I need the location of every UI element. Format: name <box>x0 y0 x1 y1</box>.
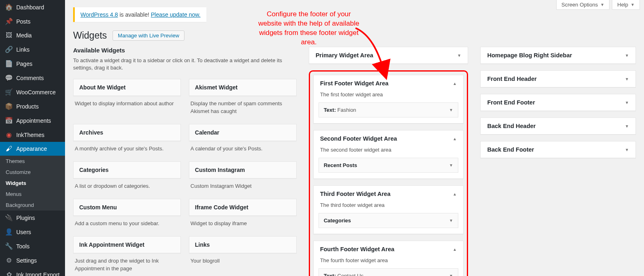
annotation-callout: Configure the footer of your website wit… <box>256 10 362 47</box>
sidebar-item-label: Media <box>16 32 32 39</box>
widget-area-toggle[interactable]: Back End Footer▼ <box>481 141 635 158</box>
available-widget: Akismet WidgetDisplay the number of spam… <box>189 79 297 115</box>
submenu-item-background[interactable]: Background <box>0 200 65 211</box>
menu-icon: 🛒 <box>5 88 13 96</box>
sidebar-item-settings[interactable]: ⚙Settings <box>0 253 65 267</box>
available-widget-desc: Custom Instagram Widget <box>189 178 297 190</box>
update-now-link[interactable]: Please update now. <box>151 11 200 18</box>
footer-area-toggle[interactable]: Fourth Footer Widget Area▲ <box>314 241 464 257</box>
caret-down-icon: ▼ <box>625 53 629 58</box>
caret-up-icon: ▲ <box>453 81 457 86</box>
sidebar-item-posts[interactable]: 📌Posts <box>0 14 65 28</box>
sidebar-item-label: Tools <box>16 243 30 250</box>
menu-icon: 💬 <box>5 74 13 82</box>
sidebar-item-label: Users <box>16 229 31 235</box>
available-widget-desc: Just drag and drop the widget to Ink App… <box>73 253 181 272</box>
available-widget-desc: A calendar of your site's Posts. <box>189 141 297 152</box>
footer-widget-area: Fourth Footer Widget Area▲The fourth foo… <box>313 241 464 276</box>
sidebar-item-tools[interactable]: 🔧Tools <box>0 239 65 253</box>
widget-area-toggle[interactable]: Back End Header▼ <box>481 118 635 134</box>
placed-widget[interactable]: Recent Posts▼ <box>319 158 459 173</box>
available-widget-box[interactable]: Calendar <box>189 124 297 141</box>
widget-areas-column: Primary Widget Area ▼ First Footer Widge… <box>309 47 468 276</box>
sidebar-item-inkthemes[interactable]: ◉InkThemes <box>0 128 65 142</box>
placed-widget[interactable]: Text: Fashion▼ <box>319 102 459 117</box>
sidebar-item-ink-import-export[interactable]: ✿Ink Import Export <box>0 267 65 276</box>
available-widget-box[interactable]: Categories <box>73 161 181 178</box>
widget-area-title: Homepage Blog Right Sidebar <box>487 52 572 59</box>
footer-area-toggle[interactable]: Third Footer Widget Area▲ <box>314 186 464 202</box>
caret-up-icon: ▲ <box>453 192 457 196</box>
sidebar-item-label: Appointments <box>16 117 51 124</box>
sidebar-item-label: InkThemes <box>16 132 44 138</box>
footer-area-toggle[interactable]: Second Footer Widget Area▲ <box>314 130 464 147</box>
sidebar-item-woocommerce[interactable]: 🛒WooCommerce <box>0 85 65 99</box>
available-widget-box[interactable]: About Me Widget <box>73 79 181 96</box>
available-widget-box[interactable]: Ink Appointment Widget <box>73 236 181 253</box>
available-widget-box[interactable]: Akismet Widget <box>189 79 297 96</box>
sidebar-item-label: Products <box>16 103 39 110</box>
available-widget-box[interactable]: Archives <box>73 124 181 141</box>
update-nag-mid: is available! <box>118 11 151 18</box>
update-version-link[interactable]: WordPress 4.8 <box>80 11 118 18</box>
submenu-item-widgets[interactable]: Widgets <box>0 178 65 189</box>
menu-icon: 📄 <box>5 60 13 67</box>
placed-widget[interactable]: Text: Contact Us▼ <box>319 268 459 276</box>
sidebar-item-label: Posts <box>16 18 30 25</box>
main-content: WordPress 4.8 is available! Please updat… <box>65 0 644 276</box>
available-widgets-column: Available Widgets To activate a widget d… <box>73 47 297 276</box>
widget-area: Back End Header▼ <box>480 117 636 135</box>
sidebar-item-plugins[interactable]: 🔌Plugins <box>0 211 65 225</box>
widget-area: Front End Footer▼ <box>480 94 636 111</box>
available-widget-desc: Widget to display iframe <box>189 216 297 227</box>
submenu-item-menus[interactable]: Menus <box>0 189 65 200</box>
available-widget-box[interactable]: Custom Instagram <box>189 161 297 178</box>
available-widget-box[interactable]: Custom Menu <box>73 199 181 216</box>
submenu-item-themes[interactable]: Themes <box>0 156 65 167</box>
placed-widget[interactable]: Categories▼ <box>319 213 459 228</box>
widget-area: Homepage Blog Right Sidebar▼ <box>480 47 636 64</box>
available-widget-box[interactable]: Links <box>189 236 297 253</box>
sidebar-item-users[interactable]: 👤Users <box>0 225 65 239</box>
caret-down-icon: ▼ <box>625 124 629 128</box>
available-widget: Ink Appointment WidgetJust drag and drop… <box>73 236 181 272</box>
sidebar-item-pages[interactable]: 📄Pages <box>0 57 65 71</box>
available-widget-desc: Add a custom menu to your sidebar. <box>73 216 181 227</box>
widget-area-toggle[interactable]: Front End Header▼ <box>481 71 635 87</box>
appearance-submenu: ThemesCustomizeWidgetsMenusBackground <box>0 156 65 211</box>
menu-icon: 📌 <box>5 17 13 25</box>
menu-icon: ⚙ <box>5 256 13 264</box>
available-widget: Custom InstagramCustom Instagram Widget <box>189 161 297 190</box>
placed-widget-label: Text: Contact Us <box>324 273 364 276</box>
footer-area-title: First Footer Widget Area <box>320 80 389 87</box>
submenu-item-customize[interactable]: Customize <box>0 167 65 178</box>
available-widget-desc: Display the number of spam comments Akis… <box>189 96 297 115</box>
sidebar-item-media[interactable]: 🖼Media <box>0 28 65 42</box>
secondary-widget-areas-column: Homepage Blog Right Sidebar▼Front End He… <box>480 47 636 276</box>
footer-area-title: Second Footer Widget Area <box>320 135 397 142</box>
menu-icon: 🔗 <box>5 46 13 53</box>
footer-area-desc: The third footer widget area <box>314 202 464 213</box>
widget-area-title: Front End Footer <box>487 99 535 106</box>
sidebar-item-comments[interactable]: 💬Comments <box>0 71 65 85</box>
sidebar-item-dashboard[interactable]: 🏠Dashboard <box>0 0 65 14</box>
sidebar-item-appointments[interactable]: 📅Appointments <box>0 113 65 128</box>
sidebar-item-products[interactable]: 📦Products <box>0 99 65 113</box>
menu-icon: 📦 <box>5 102 13 110</box>
sidebar-item-label: Pages <box>16 61 33 67</box>
footer-area-toggle[interactable]: First Footer Widget Area▲ <box>314 75 464 91</box>
widget-area-toggle[interactable]: Homepage Blog Right Sidebar▼ <box>481 47 635 63</box>
primary-widget-area-toggle[interactable]: Primary Widget Area ▼ <box>309 47 468 63</box>
live-preview-button[interactable]: Manage with Live Preview <box>113 30 184 41</box>
available-widget-desc: Your blogroll <box>189 253 297 265</box>
sidebar-item-links[interactable]: 🔗Links <box>0 42 65 57</box>
sidebar-item-appearance[interactable]: 🖌Appearance <box>0 142 65 156</box>
primary-widget-area: Primary Widget Area ▼ <box>309 47 468 64</box>
placed-widget-label: Text: Fashion <box>324 107 356 113</box>
footer-area-title: Third Footer Widget Area <box>320 191 390 197</box>
footer-area-desc: The fourth footer widget area <box>314 257 464 268</box>
widget-area-toggle[interactable]: Front End Footer▼ <box>481 94 635 111</box>
available-widget-box[interactable]: Iframe Code Widget <box>189 199 297 216</box>
page-heading: Widgets Manage with Live Preview <box>73 30 636 41</box>
footer-widget-area: First Footer Widget Area▲The first foote… <box>313 75 464 124</box>
